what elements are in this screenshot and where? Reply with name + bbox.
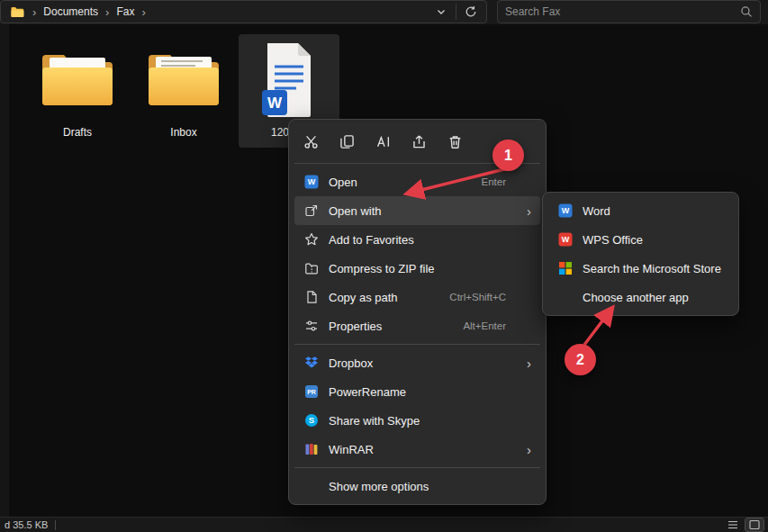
rename-icon[interactable]: [370, 129, 395, 154]
status-bar: d 35.5 KB: [0, 517, 768, 532]
file-name: Inbox: [170, 126, 196, 139]
refresh-button[interactable]: [459, 2, 483, 22]
folder-icon: [145, 40, 222, 121]
menu-label: Share with Skype: [329, 414, 531, 428]
menu-shortcut: Alt+Enter: [463, 320, 506, 331]
menu-separator: [294, 344, 540, 345]
menu-label: Word: [583, 204, 724, 218]
star-icon: [303, 232, 320, 247]
annotation-step-2-badge: 2: [565, 344, 596, 375]
breadcrumb-documents[interactable]: Documents: [38, 5, 104, 18]
submenu-item-word[interactable]: W Word: [548, 196, 733, 225]
document-icon: [303, 290, 320, 304]
explorer-topbar: › Documents › Fax ›: [0, 0, 768, 24]
open-with-submenu: W Word W WPS Office Search the Microsoft…: [542, 192, 739, 316]
zip-folder-icon: [303, 261, 320, 275]
menu-label: Properties: [329, 320, 454, 333]
menu-item-winrar[interactable]: WinRAR ›: [294, 435, 540, 464]
left-gutter: [0, 24, 9, 517]
menu-label: Add to Favorites: [329, 233, 531, 247]
menu-shortcut: Ctrl+Shift+C: [449, 292, 506, 302]
dropbox-icon: [303, 356, 320, 370]
svg-text:W: W: [308, 177, 316, 186]
menu-label: PowerRename: [329, 385, 531, 399]
menu-label: Copy as path: [329, 291, 440, 304]
submenu-arrow-icon: ›: [519, 356, 531, 371]
menu-label: Compress to ZIP file: [329, 262, 531, 275]
breadcrumb-chevron-icon: ›: [104, 5, 111, 19]
file-name: Drafts: [63, 126, 92, 139]
divider: [55, 520, 56, 530]
submenu-item-choose-another-app[interactable]: Choose another app: [548, 283, 733, 311]
breadcrumb-chevron-icon: ›: [140, 5, 147, 19]
search-box[interactable]: [497, 0, 761, 23]
svg-text:W: W: [562, 235, 570, 244]
menu-label: Open: [329, 176, 473, 189]
menu-item-copy-as-path[interactable]: Copy as path Ctrl+Shift+C: [294, 283, 540, 311]
address-bar[interactable]: › Documents › Fax ›: [0, 0, 487, 23]
wps-office-icon: W: [557, 232, 574, 247]
share-icon[interactable]: [406, 129, 431, 154]
cut-icon[interactable]: [298, 129, 323, 154]
file-tile-inbox[interactable]: Inbox: [133, 34, 234, 148]
powerrename-icon: PR: [303, 384, 320, 399]
annotation-step-1-badge: 1: [492, 140, 524, 171]
menu-item-open[interactable]: W Open Enter: [294, 167, 540, 196]
word-app-icon: W: [557, 203, 574, 218]
details-view-icon[interactable]: [724, 518, 742, 531]
properties-icon: [303, 319, 320, 333]
menu-item-properties[interactable]: Properties Alt+Enter: [294, 311, 540, 340]
divider: [456, 4, 456, 20]
submenu-item-search-microsoft-store[interactable]: Search the Microsoft Store: [548, 254, 733, 283]
breadcrumb-chevron-icon: ›: [31, 5, 38, 19]
menu-label: WPS Office: [583, 233, 724, 247]
thumbnail-view-icon[interactable]: [745, 518, 763, 531]
menu-item-powerrename[interactable]: PR PowerRename: [294, 377, 540, 406]
menu-item-show-more-options[interactable]: Show more options: [294, 472, 540, 500]
svg-text:PR: PR: [307, 389, 316, 395]
menu-item-share-with-skype[interactable]: S Share with Skype: [294, 406, 540, 435]
menu-item-add-to-favorites[interactable]: Add to Favorites: [294, 225, 540, 254]
menu-item-compress-zip[interactable]: Compress to ZIP file: [294, 254, 540, 283]
search-input[interactable]: [505, 5, 740, 18]
menu-label: Search the Microsoft Store: [583, 262, 724, 275]
context-menu: W Open Enter Open with › Add to Favorite…: [288, 119, 547, 505]
menu-shortcut: Enter: [482, 176, 507, 187]
menu-item-open-with[interactable]: Open with ›: [294, 196, 540, 225]
submenu-arrow-icon: ›: [519, 203, 531, 219]
word-app-icon: W: [303, 175, 320, 189]
menu-label: WinRAR: [329, 443, 510, 456]
submenu-arrow-icon: ›: [519, 442, 531, 457]
word-document-icon: W: [260, 40, 318, 121]
submenu-item-wps-office[interactable]: W WPS Office: [548, 225, 733, 254]
svg-text:S: S: [309, 415, 314, 425]
folder-icon: [39, 40, 116, 121]
folder-icon: [11, 6, 24, 18]
svg-text:W: W: [562, 206, 570, 215]
delete-icon[interactable]: [442, 129, 467, 154]
menu-separator: [294, 467, 540, 468]
microsoft-store-icon: [557, 261, 574, 275]
selection-status-text: d 35.5 KB: [5, 519, 48, 530]
menu-label: Show more options: [329, 480, 531, 493]
open-with-icon: [303, 203, 320, 218]
menu-item-dropbox[interactable]: Dropbox ›: [294, 348, 540, 377]
address-dropdown-button[interactable]: [429, 2, 453, 22]
copy-icon[interactable]: [334, 129, 359, 154]
search-icon: [740, 5, 753, 18]
svg-text:W: W: [267, 95, 283, 112]
file-tile-drafts[interactable]: Drafts: [27, 34, 128, 148]
winrar-icon: [303, 442, 320, 456]
skype-icon: S: [303, 413, 320, 428]
menu-label: Choose another app: [583, 291, 724, 304]
menu-label: Open with: [329, 204, 510, 218]
breadcrumb-fax[interactable]: Fax: [111, 5, 140, 18]
menu-label: Dropbox: [329, 356, 510, 370]
